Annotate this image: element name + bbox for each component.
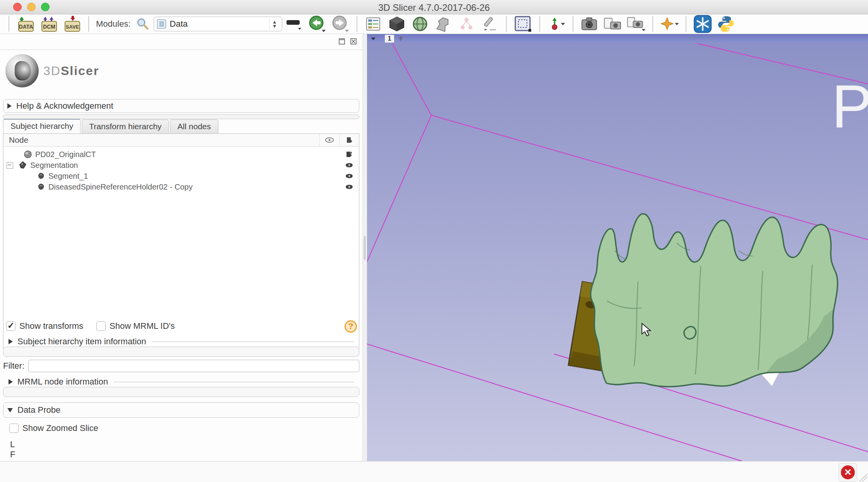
segment-node-icon xyxy=(37,183,45,191)
help-acknowledgement-section[interactable]: Help & Acknowledgement xyxy=(3,99,359,113)
collapse-expander-icon[interactable] xyxy=(7,162,13,169)
scene-graph-icon[interactable] xyxy=(456,15,477,33)
tree-header: Node xyxy=(3,134,359,147)
transform-column-icon[interactable] xyxy=(339,134,359,146)
help-question-icon[interactable]: ? xyxy=(345,320,357,333)
close-panel-icon[interactable] xyxy=(349,37,358,46)
module-panel: 3DSlicer Help & Acknowledgement Subject … xyxy=(0,34,362,461)
item-info-section[interactable]: Subject hierarchy item information xyxy=(3,337,359,347)
modules-label: Modules: xyxy=(96,19,130,29)
pencil-edit-icon[interactable] xyxy=(480,15,500,33)
toolbar-separator xyxy=(88,16,89,32)
row-visibility-eye-icon[interactable] xyxy=(340,173,359,179)
tab-transform-hierarchy[interactable]: Transform hierarchy xyxy=(82,120,169,133)
module-search-icon[interactable] xyxy=(135,15,150,33)
show-mrml-ids-label: Show MRML ID's xyxy=(110,321,175,331)
extensions-manager-button[interactable] xyxy=(693,15,713,33)
checkbox-box[interactable] xyxy=(9,424,19,433)
segmentation-node-icon xyxy=(19,161,27,169)
load-data-button[interactable]: DATA xyxy=(15,15,36,33)
probe-orientation-labels: L F B xyxy=(10,439,16,461)
tab-subject-hierarchy[interactable]: Subject hierarchy xyxy=(3,119,81,134)
toolbar-separator xyxy=(652,16,653,32)
item-info-label: Subject hierarchy item information xyxy=(17,337,146,347)
capture-region-button[interactable] xyxy=(513,15,533,33)
view-collapse-icon[interactable] xyxy=(370,36,376,41)
toolbar-separator xyxy=(506,16,507,32)
spinner-down-icon: ▼ xyxy=(272,24,277,28)
python-console-button[interactable] xyxy=(716,15,736,33)
slicer-logo-icon xyxy=(5,54,39,87)
tab-all-nodes[interactable]: All nodes xyxy=(170,120,218,133)
visibility-column-icon[interactable] xyxy=(319,134,339,146)
save-icon-label: SAVE xyxy=(66,24,79,30)
filter-label: Filter: xyxy=(3,361,24,371)
error-log-button[interactable]: ✕ xyxy=(839,463,857,482)
toolbar-separator xyxy=(686,16,686,32)
show-zoomed-slice-label: Show Zoomed Slice xyxy=(22,423,98,433)
data-probe-section[interactable]: Data Probe xyxy=(3,402,359,418)
row-visibility-eye-icon[interactable] xyxy=(340,184,359,190)
slicer-logo: 3DSlicer xyxy=(5,54,99,87)
section-rule xyxy=(113,382,354,382)
markups-fiducial-button[interactable] xyxy=(659,15,679,33)
show-mrml-ids-checkbox[interactable]: Show MRML ID's xyxy=(96,321,175,331)
rendered-scene[interactable] xyxy=(367,34,868,461)
tree-row-pd02-originalct[interactable]: PD02_OriginalCT xyxy=(3,149,359,160)
resize-grip[interactable] xyxy=(858,472,867,482)
stamp-icon[interactable] xyxy=(433,15,453,33)
tree-row-segment-1[interactable]: Segment_1 xyxy=(3,171,359,181)
tree-row-diseased-spine-holder[interactable]: DiseasedSpineReferenceHolder02 - Copy xyxy=(3,181,359,192)
screenshot-button[interactable] xyxy=(580,15,600,33)
globe-3d-icon[interactable] xyxy=(410,15,430,33)
save-button[interactable]: SAVE xyxy=(62,15,82,33)
tree-row-segmentation[interactable]: Segmentation xyxy=(3,160,359,171)
show-transforms-label: Show transforms xyxy=(19,321,83,331)
threed-viewport[interactable]: 1 xyxy=(367,34,868,461)
segment-node-icon xyxy=(37,172,45,180)
section-rule xyxy=(152,342,354,342)
module-selector-value: Data xyxy=(170,19,269,29)
scene-view-add-button[interactable] xyxy=(603,15,623,33)
checkbox-box[interactable] xyxy=(6,321,15,331)
subject-hierarchy-tree: Node PD02_OriginalCT xyxy=(3,133,359,353)
collapse-down-icon xyxy=(7,408,13,412)
main-toolbar: DATA DCM SAVE Modules: xyxy=(0,14,868,34)
roi-wireframe-lines xyxy=(367,41,868,461)
mrml-info-box xyxy=(3,387,359,397)
data-probe-label: Data Probe xyxy=(17,405,60,415)
dicom-button[interactable]: DCM xyxy=(39,15,59,33)
orientation-marker-posterior: P xyxy=(832,71,868,141)
undock-panel-icon[interactable] xyxy=(338,37,346,46)
view-name-badge[interactable]: 1 xyxy=(385,35,394,43)
toolbar-handle xyxy=(9,16,9,32)
layout-selector-button[interactable] xyxy=(364,15,384,33)
checkbox-box[interactable] xyxy=(96,321,106,331)
mrml-info-label: MRML node information xyxy=(17,377,108,387)
status-bar: ✕ xyxy=(0,461,868,482)
toolbar-separator xyxy=(357,16,357,32)
view-pin-icon[interactable] xyxy=(397,35,404,42)
row-visibility-eye-icon[interactable] xyxy=(340,162,359,168)
volume-node-icon xyxy=(24,150,32,159)
views-cube-icon[interactable] xyxy=(387,15,407,33)
crosshair-updown-button[interactable] xyxy=(546,15,566,33)
filter-row: Filter: xyxy=(3,360,359,372)
module-selector[interactable]: Data ▲ ▼ xyxy=(154,17,282,31)
mac-titlebar: 3D Slicer 4.7.0-2017-06-26 xyxy=(0,0,868,14)
view-controller-bar: 1 xyxy=(367,34,868,43)
collapse-right-icon xyxy=(9,379,13,385)
row-transform-icon[interactable] xyxy=(340,150,359,158)
show-zoomed-slice-checkbox[interactable]: Show Zoomed Slice xyxy=(9,423,98,433)
mrml-info-section[interactable]: MRML node information xyxy=(3,377,359,387)
module-forward-button[interactable] xyxy=(330,15,350,33)
module-list-icon xyxy=(156,19,166,29)
spine-segmentation-model[interactable] xyxy=(591,214,838,387)
module-selector-spinner[interactable]: ▲ ▼ xyxy=(269,18,280,30)
filter-input[interactable] xyxy=(28,360,359,372)
slicer-window: 3D Slicer 4.7.0-2017-06-26 DATA DCM SA xyxy=(0,0,868,482)
show-transforms-checkbox[interactable]: Show transforms xyxy=(6,321,83,331)
scene-view-restore-button[interactable] xyxy=(626,15,646,33)
module-back-button[interactable] xyxy=(307,15,327,33)
module-history-button[interactable] xyxy=(284,15,304,33)
